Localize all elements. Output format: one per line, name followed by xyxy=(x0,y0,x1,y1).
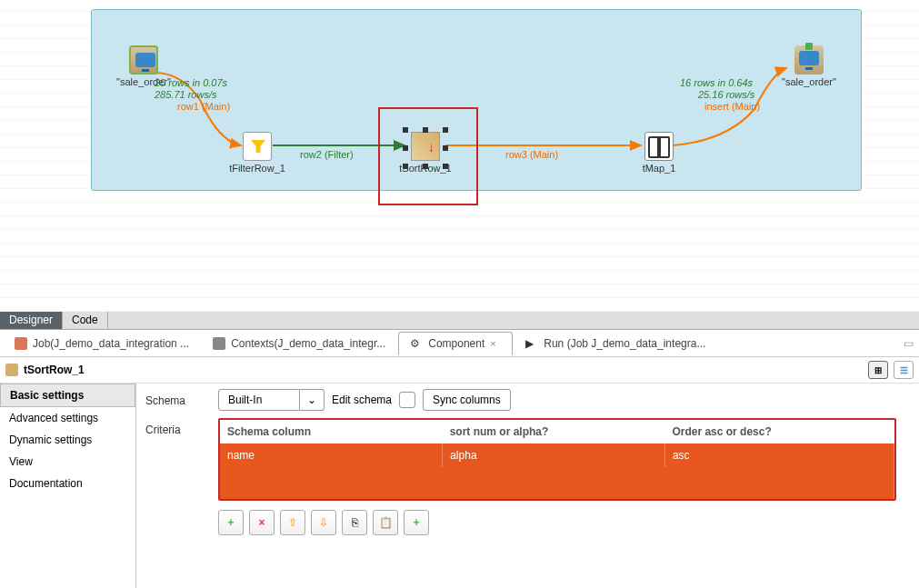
move-down-button[interactable]: ⇩ xyxy=(311,510,336,535)
table-blank-area[interactable] xyxy=(220,467,894,499)
criteria-table-container: Schema column sort num or alpha? Order a… xyxy=(218,418,896,501)
tab-label: Contexts(J_demo_data_integr... xyxy=(231,337,385,350)
table-header-row: Schema column sort num or alpha? Order a… xyxy=(220,420,894,443)
contexts-icon xyxy=(213,337,225,350)
tab-component[interactable]: ⚙ Component × xyxy=(398,332,513,355)
schema-select[interactable]: Built-In ⌄ xyxy=(218,389,325,411)
tmap-icon xyxy=(644,132,674,161)
cell-order[interactable]: asc xyxy=(664,443,894,467)
cell-sort-type[interactable]: alpha xyxy=(443,443,665,467)
move-up-button[interactable]: ⇧ xyxy=(280,510,305,535)
grid-icon: ⊞ xyxy=(874,365,882,375)
component-target-db[interactable]: "sale_order" xyxy=(764,45,854,87)
nav-view[interactable]: View xyxy=(0,451,135,473)
resize-handle[interactable] xyxy=(403,145,408,151)
play-icon: ▶ xyxy=(525,337,538,350)
tab-label: Component xyxy=(428,337,484,350)
paste-button[interactable]: 📋 xyxy=(373,510,398,535)
x-icon: × xyxy=(258,516,265,529)
resize-handle[interactable] xyxy=(443,164,448,169)
panel-tabbar: Job(J_demo_data_integration ... Contexts… xyxy=(0,330,919,357)
view-tabbar: Designer Code xyxy=(0,312,919,330)
add-row-button[interactable]: + xyxy=(218,510,244,535)
job-icon xyxy=(15,337,27,350)
edit-schema-label: Edit schema xyxy=(332,394,392,406)
close-icon[interactable]: × xyxy=(490,338,501,349)
resize-handle[interactable] xyxy=(443,145,448,151)
component-label: tMap_1 xyxy=(614,163,704,174)
tab-code[interactable]: Code xyxy=(63,312,108,329)
component-label: "sale_order" xyxy=(98,76,189,87)
table-row[interactable]: name alpha asc xyxy=(220,443,894,467)
component-tmap[interactable]: tMap_1 xyxy=(614,132,704,174)
tab-contexts[interactable]: Contexts(J_demo_data_integr... xyxy=(202,333,396,354)
column-header-schema[interactable]: Schema column xyxy=(220,420,443,443)
copy-icon: ⎘ xyxy=(352,516,358,529)
tab-label: Job(J_demo_data_integration ... xyxy=(33,337,189,350)
sort-icon xyxy=(411,132,440,161)
copy-button[interactable]: ⎘ xyxy=(342,510,367,535)
component-config-panel: tSortRow_1 ⊞ ☰ Basic settings Advanced s… xyxy=(0,357,919,588)
view-list-button[interactable]: ☰ xyxy=(894,361,914,379)
settings-nav: Basic settings Advanced settings Dynamic… xyxy=(0,384,136,588)
designer-canvas[interactable]: "sale_order" tFilterRow_1 tSortRow_1 tMa… xyxy=(0,0,919,312)
component-source-db[interactable]: "sale_order" xyxy=(98,45,189,87)
arrow-down-icon: ⇩ xyxy=(319,516,328,529)
table-toolbar: + × ⇧ ⇩ ⎘ 📋 + xyxy=(218,510,910,535)
criteria-table[interactable]: Schema column sort num or alpha? Order a… xyxy=(220,420,894,499)
nav-dynamic-settings[interactable]: Dynamic settings xyxy=(0,429,135,451)
tab-designer[interactable]: Designer xyxy=(0,312,63,329)
database-input-icon xyxy=(129,45,158,75)
resize-handle[interactable] xyxy=(423,127,428,133)
component-label: "sale_order" xyxy=(764,76,854,87)
resize-handle[interactable] xyxy=(403,127,408,133)
import-button[interactable]: + xyxy=(404,510,429,535)
cell-schema-column[interactable]: name xyxy=(220,443,443,467)
component-filter[interactable]: tFilterRow_1 xyxy=(212,132,303,174)
panel-controls: ▭ xyxy=(904,337,914,350)
subjob-container xyxy=(91,9,862,191)
list-icon: ☰ xyxy=(900,365,908,375)
schema-value: Built-In xyxy=(218,389,300,411)
tab-run[interactable]: ▶ Run (Job J_demo_data_integra... xyxy=(514,333,716,354)
nav-advanced-settings[interactable]: Advanced settings xyxy=(0,407,135,429)
column-header-sort-type[interactable]: sort num or alpha? xyxy=(443,420,665,443)
config-title: tSortRow_1 xyxy=(24,364,85,376)
criteria-label: Criteria xyxy=(145,418,218,436)
nav-documentation[interactable]: Documentation xyxy=(0,473,135,494)
sync-columns-button[interactable]: Sync columns xyxy=(423,389,511,411)
sort-icon xyxy=(5,364,18,376)
remove-row-button[interactable]: × xyxy=(249,510,275,535)
resize-handle[interactable] xyxy=(403,164,408,169)
database-output-icon xyxy=(794,45,824,75)
edit-schema-checkbox[interactable] xyxy=(399,392,415,408)
component-icon: ⚙ xyxy=(410,337,423,350)
tab-job[interactable]: Job(J_demo_data_integration ... xyxy=(4,333,200,354)
tab-label: Run (Job J_demo_data_integra... xyxy=(544,337,705,350)
config-header: tSortRow_1 ⊞ ☰ xyxy=(0,357,919,384)
view-grid-button[interactable]: ⊞ xyxy=(868,361,888,379)
column-header-order[interactable]: Order asc or desc? xyxy=(664,420,894,443)
arrow-in-icon xyxy=(805,43,813,50)
component-label: tFilterRow_1 xyxy=(212,163,303,174)
minimize-icon[interactable]: ▭ xyxy=(904,337,914,350)
plus-icon: + xyxy=(413,516,419,529)
filter-icon xyxy=(243,132,272,161)
schema-label: Schema xyxy=(145,389,218,407)
plus-icon: + xyxy=(227,516,234,529)
arrow-up-icon: ⇧ xyxy=(288,516,297,529)
chevron-down-icon[interactable]: ⌄ xyxy=(300,389,325,411)
nav-basic-settings[interactable]: Basic settings xyxy=(0,384,135,407)
settings-content: Schema Built-In ⌄ Edit schema Sync colum… xyxy=(136,384,919,588)
resize-handle[interactable] xyxy=(423,164,428,169)
resize-handle[interactable] xyxy=(443,127,448,133)
paste-icon: 📋 xyxy=(379,516,393,529)
